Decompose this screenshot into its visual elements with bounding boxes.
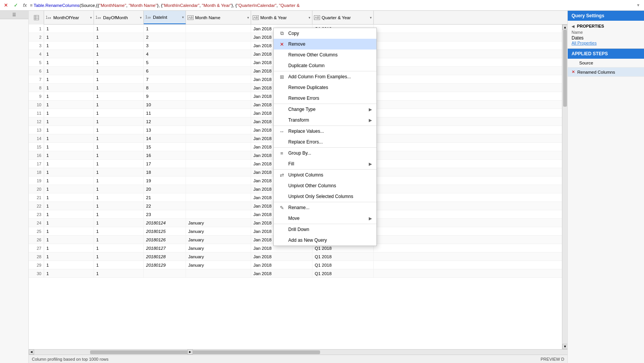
menu-label-fill: Fill <box>288 161 366 167</box>
remove-icon: ✕ <box>278 41 285 48</box>
cell: 1 <box>44 134 94 142</box>
col-header-month-of-year[interactable]: 1₂₃ MonthOfYear ▾ <box>44 11 94 24</box>
step-delete-renamed-columns[interactable]: ✕ <box>572 69 575 74</box>
rename-icon: ✎ <box>278 204 285 211</box>
cell: January <box>186 261 251 269</box>
cell: 1 <box>94 143 144 151</box>
menu-item-remove-errors[interactable]: Remove Errors <box>274 93 376 104</box>
cell: 1 <box>44 92 94 100</box>
cell: 4 <box>144 50 186 58</box>
cell <box>186 202 251 210</box>
remove-duplicates-icon <box>278 84 285 91</box>
row-number: 27 <box>29 244 44 252</box>
confirm-button[interactable]: ✓ <box>12 1 20 10</box>
filter-btn-day-of-month[interactable]: ▾ <box>140 16 142 20</box>
v-scroll-thumb[interactable] <box>563 30 567 107</box>
menu-item-remove-other[interactable]: Remove Other Columns <box>274 50 376 60</box>
cell: January <box>186 227 251 235</box>
cell: 9 <box>144 92 186 100</box>
menu-item-remove[interactable]: ✕Remove <box>274 39 376 50</box>
expand-formula-button[interactable]: ▼ <box>634 1 642 10</box>
row-number: 3 <box>29 41 44 50</box>
scroll-up-button[interactable]: ▲ <box>562 25 567 30</box>
steps-list: Source✕Renamed Columns <box>568 59 644 77</box>
menu-item-group-by[interactable]: ≡Group By... <box>274 147 376 158</box>
cell <box>186 185 251 193</box>
query-settings-title: Query Settings <box>572 13 604 18</box>
menu-item-replace-errors[interactable]: Replace Errors... <box>274 137 376 147</box>
row-number: 15 <box>29 143 44 151</box>
name-label: Name <box>572 30 640 35</box>
cell: 2 <box>144 33 186 41</box>
menu-item-add-from-examples[interactable]: ⊞Add Column From Examples... <box>274 71 376 82</box>
menu-item-change-type[interactable]: Change Type▶ <box>274 104 376 115</box>
menu-item-remove-duplicates[interactable]: Remove Duplicates <box>274 82 376 93</box>
transform-icon <box>278 117 285 124</box>
menu-item-rename[interactable]: ✎Rename... <box>274 202 376 213</box>
filter-btn-dateint[interactable]: ▾ <box>182 15 184 19</box>
menu-label-move: Move <box>288 216 366 221</box>
menu-item-drill-down[interactable]: Drill Down <box>274 224 376 235</box>
cell <box>186 193 251 201</box>
cell: 1 <box>44 50 94 58</box>
col-header-day-of-month[interactable]: 1₂₃ DayOfMonth ▾ <box>94 11 144 24</box>
preview-text: PREVIEW D <box>540 357 564 361</box>
unpivot-icon: ⇄ <box>278 172 285 178</box>
col-header-dateint[interactable]: 1₂₃ DateInt ▾ <box>144 11 186 24</box>
row-number: 18 <box>29 168 44 176</box>
name-value[interactable]: Dates <box>572 35 640 41</box>
step-item-source[interactable]: Source <box>568 59 644 68</box>
step-item-renamed-columns[interactable]: ✕Renamed Columns <box>568 68 644 77</box>
menu-item-duplicate[interactable]: Duplicate Column <box>274 60 376 71</box>
filter-btn-quarter-year[interactable]: ▾ <box>370 16 372 20</box>
menu-label-change-type: Change Type <box>288 107 366 112</box>
filter-btn-month-year[interactable]: ▾ <box>309 16 310 20</box>
cell: 1 <box>94 58 144 66</box>
col-header-month-name[interactable]: AB Month Name ▾ <box>186 11 251 24</box>
add-new-query-icon <box>278 237 285 244</box>
cell: 6 <box>144 67 186 75</box>
row-number: 19 <box>29 177 44 185</box>
menu-item-unpivot[interactable]: ⇄Unpivot Columns <box>274 169 376 180</box>
cell: 20 <box>144 185 186 193</box>
menu-item-unpivot-other[interactable]: Unpivot Other Columns <box>274 180 376 191</box>
applied-steps-header: APPLIED STEPS <box>568 49 644 59</box>
col-header-quarter-year[interactable]: AB Quarter & Year ▾ <box>312 11 374 24</box>
cancel-button[interactable]: ✕ <box>2 1 10 10</box>
cell: 1 <box>44 151 94 159</box>
scroll-right-button[interactable]: ► <box>187 349 193 355</box>
cell: 20180124 <box>144 219 186 227</box>
menu-item-unpivot-selected[interactable]: Unpivot Only Selected Columns <box>274 191 376 202</box>
row-number: 5 <box>29 58 44 66</box>
cell: 16 <box>144 151 186 159</box>
vertical-scrollbar[interactable]: ▲ ▼ <box>562 25 567 349</box>
menu-item-replace-values[interactable]: ↔Replace Values... <box>274 125 376 137</box>
row-number: 6 <box>29 67 44 75</box>
col-name-day-of-month: DayOfMonth <box>103 15 138 20</box>
filter-btn-month-name[interactable]: ▾ <box>247 16 249 20</box>
cell <box>186 143 251 151</box>
cell: 1 <box>94 244 144 252</box>
step-label-source: Source <box>579 61 640 65</box>
menu-item-move[interactable]: Move▶ <box>274 213 376 224</box>
menu-item-add-new-query[interactable]: Add as New Query <box>274 235 376 246</box>
row-index-header <box>29 11 44 25</box>
cell: 15 <box>144 143 186 151</box>
type-icon-123: 1₂₃ <box>46 15 52 20</box>
cell: 1 <box>44 67 94 75</box>
menu-item-transform[interactable]: Transform▶ <box>274 115 376 125</box>
filter-btn-month-of-year[interactable]: ▾ <box>90 16 92 20</box>
replace-values-icon: ↔ <box>278 128 285 135</box>
menu-item-copy[interactable]: ⧉Copy <box>274 28 376 39</box>
all-properties-link[interactable]: All Properties <box>572 41 640 45</box>
scroll-down-button[interactable]: ▼ <box>562 344 567 349</box>
menu-label-duplicate: Duplicate Column <box>288 63 372 68</box>
menu-label-unpivot: Unpivot Columns <box>288 172 372 178</box>
menu-item-fill[interactable]: Fill▶ <box>274 158 376 169</box>
row-number: 13 <box>29 126 44 134</box>
col-header-month-year[interactable]: AB Month & Year ▾ <box>251 11 312 24</box>
scroll-left-button[interactable]: ◄ <box>29 349 34 355</box>
left-panel: ☰ <box>0 11 29 363</box>
row-number: 8 <box>29 84 44 92</box>
cell: 20180125 <box>144 227 186 235</box>
